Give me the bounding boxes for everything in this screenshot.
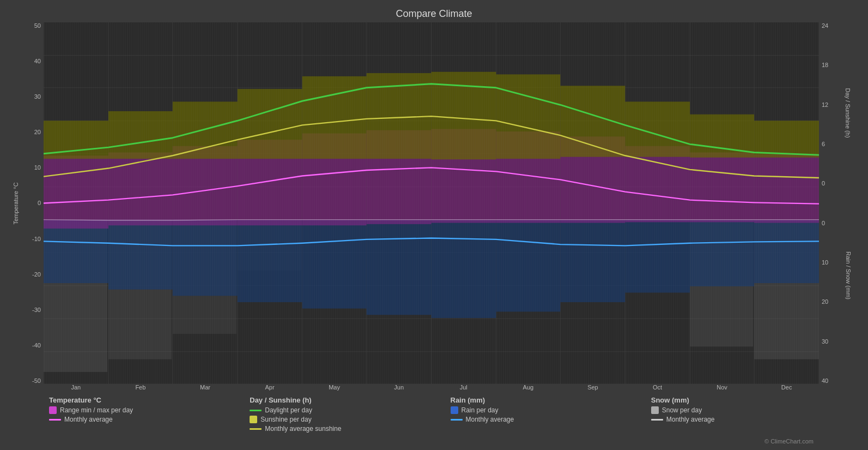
legend-rain-avg: Monthly average — [451, 416, 646, 423]
legend-snow-avg-icon — [651, 419, 663, 421]
legend-sunshine-bar-label: Sunshine per day — [260, 416, 311, 423]
legend-temp-title: Temperature °C — [49, 396, 244, 404]
y-axis-right-top-label: Day / Sunshine (h) — [844, 88, 851, 137]
legend-temp-avg: Monthly average — [49, 416, 244, 423]
legend-snow-avg: Monthly average — [651, 416, 846, 423]
y-axis-right-bottom-label: Rain / Snow (mm) — [845, 251, 852, 299]
y-tick-50: 50 — [34, 22, 41, 29]
legend-temp-range-label: Range min / max per day — [60, 406, 133, 414]
y-axis-right: Day / Sunshine (h) Rain / Snow (mm) 24 1… — [819, 22, 857, 384]
y-tick-n20: -20 — [32, 271, 41, 278]
x-tick-oct: Oct — [625, 384, 690, 391]
y-tick-40: 40 — [34, 58, 41, 64]
copyright: © ClimeChart.com — [11, 438, 857, 445]
legend-sunshine-title: Day / Sunshine (h) — [250, 396, 445, 404]
legend-rain-bar: Rain per day — [451, 406, 646, 414]
y-tick-right-18: 18 — [822, 62, 828, 68]
legend-rain: Rain (mm) Rain per day Monthly average — [451, 396, 646, 434]
y-tick-n30: -30 — [32, 307, 41, 313]
y-axis-left: Temperature °C 50 40 30 20 10 0 -10 -20 … — [11, 22, 44, 384]
x-axis: Jan Feb Mar Apr May Jun Jul Aug Sep Oct … — [11, 384, 857, 391]
chart-main: St. John's St. John's ClimeChart.com — [44, 22, 819, 384]
legend-sunshine: Day / Sunshine (h) Daylight per day Suns… — [250, 396, 445, 434]
legend-rain-avg-label: Monthly average — [466, 416, 514, 423]
y-tick-10: 10 — [34, 164, 41, 171]
y-axis-left-label: Temperature °C — [13, 182, 19, 224]
legend-sunshine-avg: Monthly average sunshine — [250, 425, 445, 433]
legend-temp-range-icon — [49, 406, 57, 414]
page-container: Compare Climate Temperature °C 50 40 30 … — [0, 0, 868, 450]
x-tick-mar: Mar — [173, 384, 238, 391]
y-tick-right-24: 24 — [822, 22, 828, 29]
y-tick-right-30: 30 — [822, 338, 828, 345]
y-tick-right-20: 20 — [822, 298, 828, 305]
legend-rain-bar-label: Rain per day — [462, 406, 499, 414]
legend-sunshine-bar-icon — [250, 416, 257, 423]
svg-rect-71 — [44, 22, 819, 384]
x-tick-apr: Apr — [238, 384, 302, 391]
x-tick-nov: Nov — [690, 384, 755, 391]
y-tick-n40: -40 — [32, 342, 41, 349]
legend-snow: Snow (mm) Snow per day Monthly average — [651, 396, 846, 434]
y-tick-right-12: 12 — [822, 101, 828, 108]
legend-sunshine-avg-icon — [250, 428, 262, 430]
y-tick-20: 20 — [34, 129, 41, 135]
legend-rain-avg-icon — [451, 419, 463, 421]
legend-rain-title: Rain (mm) — [451, 396, 646, 404]
x-tick-dec: Dec — [754, 384, 819, 391]
legend-snow-bar-icon — [651, 406, 659, 414]
legend-snow-bar-label: Snow per day — [662, 406, 702, 414]
legend-daylight-label: Daylight per day — [265, 406, 312, 414]
x-tick-aug: Aug — [496, 384, 561, 391]
y-tick-n50: -50 — [32, 377, 41, 384]
legend-sunshine-bar: Sunshine per day — [250, 416, 445, 423]
y-tick-n10: -10 — [32, 236, 41, 242]
y-tick-30: 30 — [34, 93, 41, 100]
legend-daylight: Daylight per day — [250, 406, 445, 414]
legend-area: Temperature °C Range min / max per day M… — [11, 391, 857, 437]
legend-temperature: Temperature °C Range min / max per day M… — [49, 396, 244, 434]
x-tick-sep: Sep — [561, 384, 626, 391]
legend-temp-avg-label: Monthly average — [64, 416, 113, 423]
legend-daylight-icon — [250, 410, 262, 411]
x-tick-jan: Jan — [44, 384, 108, 391]
chart-title: Compare Climate — [11, 8, 857, 20]
legend-snow-title: Snow (mm) — [651, 396, 846, 404]
y-tick-right-10: 10 — [822, 259, 828, 266]
y-tick-right-40: 40 — [822, 377, 828, 384]
x-tick-jul: Jul — [431, 384, 496, 391]
y-tick-right-0: 0 — [822, 180, 825, 187]
legend-temp-avg-icon — [49, 419, 61, 421]
y-tick-right-6: 6 — [822, 141, 825, 147]
x-tick-jun: Jun — [367, 384, 432, 391]
x-tick-may: May — [302, 384, 367, 391]
legend-temp-range: Range min / max per day — [49, 406, 244, 414]
legend-snow-avg-label: Monthly average — [666, 416, 715, 423]
legend-rain-bar-icon — [451, 406, 458, 414]
chart-area: Temperature °C 50 40 30 20 10 0 -10 -20 … — [11, 22, 857, 384]
x-tick-feb: Feb — [108, 384, 173, 391]
legend-sunshine-avg-label: Monthly average sunshine — [265, 425, 341, 433]
y-tick-right-r0: 0 — [822, 220, 825, 226]
y-tick-0: 0 — [38, 200, 41, 206]
chart-svg — [44, 22, 819, 384]
legend-snow-bar: Snow per day — [651, 406, 846, 414]
